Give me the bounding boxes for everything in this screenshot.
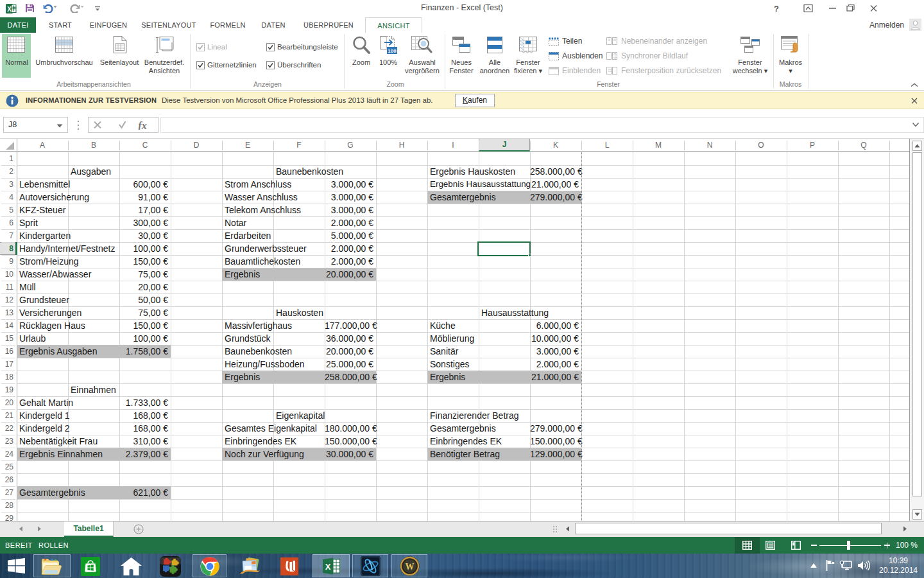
svg-text:fx: fx [138,121,146,130]
svg-text:X: X [325,562,331,572]
svg-text:?: ? [774,4,779,13]
svg-text:100: 100 [388,48,397,54]
svg-text:W: W [406,562,415,572]
